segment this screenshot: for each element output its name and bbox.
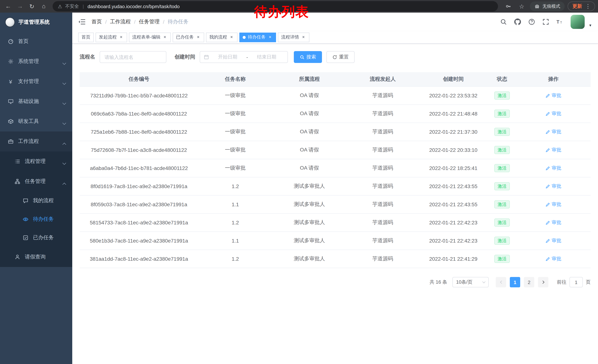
font-size-icon[interactable]: TT: [557, 18, 563, 25]
goto-page-input[interactable]: [569, 277, 583, 287]
address-bar[interactable]: ⚠ 不安全 | dashboard.yudao.iocoder.cn/bpm/t…: [53, 1, 498, 11]
reset-button[interactable]: 重置: [326, 51, 355, 63]
sidebar-item-process-management[interactable]: 流程管理: [0, 152, 72, 171]
page-button-2[interactable]: 2: [524, 277, 534, 287]
sidebar-item-home[interactable]: 首页: [0, 32, 72, 51]
calendar-icon: [204, 54, 209, 60]
approve-label: 审批: [552, 201, 561, 208]
cell-actions: 审批: [516, 141, 590, 159]
cell-initiator: 芋道源码: [346, 214, 419, 231]
close-icon[interactable]: ×: [267, 35, 273, 40]
fullscreen-icon[interactable]: [543, 18, 549, 25]
sidebar-item-leave-query[interactable]: 请假查询: [0, 247, 72, 267]
menu-dots-icon[interactable]: ⋮: [583, 1, 593, 11]
reload-icon[interactable]: ↻: [27, 1, 37, 11]
update-button[interactable]: 更新 ⋮: [568, 1, 595, 11]
status-badge: 激活: [494, 237, 510, 245]
main-area: 首页 / 工作流程 / 任务管理 / 待办任务: [72, 13, 598, 364]
date-range-picker[interactable]: 开始日期 - 结束日期: [200, 51, 288, 63]
close-icon[interactable]: ×: [162, 35, 167, 40]
approve-button[interactable]: 审批: [545, 92, 561, 99]
cell-process: OA 请假: [272, 141, 346, 159]
sidebar-item-payment[interactable]: ¥ 支付管理: [0, 72, 72, 91]
sidebar-item-devtools[interactable]: 研发工具: [0, 112, 72, 131]
briefcase-icon: [8, 138, 14, 145]
cell-create-time: 2022-01-22 21:48:48: [419, 105, 488, 122]
tab-my-process[interactable]: 我的流程 ×: [206, 32, 238, 42]
cell-process: 测试多审批人: [272, 250, 346, 268]
approve-button[interactable]: 审批: [545, 165, 561, 171]
chevron-down-icon[interactable]: ▾: [589, 23, 591, 29]
sidebar-item-task-management[interactable]: 任务管理: [0, 171, 72, 191]
cell-task-name: 一级审批: [198, 87, 272, 105]
forward-icon[interactable]: →: [15, 1, 25, 11]
app-logo-row[interactable]: 芋道管理系统: [0, 13, 72, 32]
sidebar-collapse-icon[interactable]: [78, 18, 86, 25]
next-page-button[interactable]: [538, 277, 548, 287]
tab-home[interactable]: 首页: [78, 32, 94, 42]
close-icon[interactable]: ×: [196, 35, 201, 40]
close-icon[interactable]: ×: [301, 35, 306, 40]
breadcrumb-home[interactable]: 首页: [91, 18, 102, 25]
cell-actions: 审批: [516, 250, 590, 268]
cell-task-name: 一级审批: [198, 141, 272, 159]
approve-button[interactable]: 审批: [545, 129, 561, 135]
page-size-select[interactable]: 10条/页: [452, 277, 489, 287]
chevron-down-icon: [63, 100, 66, 106]
url-text[interactable]: dashboard.yudao.iocoder.cn/bpm/task/todo: [88, 4, 180, 9]
approve-button[interactable]: 审批: [545, 256, 561, 262]
sidebar-item-infrastructure[interactable]: 基础设施: [0, 91, 72, 112]
breadcrumb-separator: /: [105, 19, 107, 25]
approve-button[interactable]: 审批: [545, 110, 561, 117]
approve-button[interactable]: 审批: [545, 201, 561, 208]
approve-button[interactable]: 审批: [545, 147, 561, 153]
close-icon[interactable]: ×: [119, 35, 124, 40]
edit-icon: [545, 129, 550, 134]
github-icon[interactable]: [515, 18, 521, 25]
column-header-task-name: 任务名称: [198, 72, 272, 86]
cell-task-name: 1.2: [198, 214, 272, 231]
tab-todo-tasks[interactable]: 待办任务 ×: [239, 32, 276, 42]
breadcrumb-workflow[interactable]: 工作流程: [110, 18, 131, 25]
cell-create-time: 2022-01-21 22:43:55: [419, 195, 488, 213]
avatar[interactable]: [571, 15, 585, 29]
approve-button[interactable]: 审批: [545, 183, 561, 190]
approve-button[interactable]: 审批: [545, 219, 561, 226]
tab-process-detail[interactable]: 流程详情 ×: [278, 32, 309, 42]
prev-page-button[interactable]: [496, 277, 506, 287]
back-icon[interactable]: ←: [3, 1, 13, 11]
tab-done-tasks[interactable]: 已办任务 ×: [173, 32, 204, 42]
status-badge: 激活: [494, 255, 510, 263]
tab-label: 我的流程: [209, 34, 227, 40]
sidebar-item-done-tasks[interactable]: 已办任务: [0, 228, 72, 247]
bookmark-star-icon[interactable]: ☆: [516, 1, 527, 11]
approve-label: 审批: [552, 92, 561, 99]
sidebar-item-my-process[interactable]: 我的流程: [0, 191, 72, 210]
page-button-1[interactable]: 1: [510, 277, 520, 287]
process-name-input[interactable]: [100, 51, 166, 63]
start-date-placeholder[interactable]: 开始日期: [210, 54, 245, 60]
home-icon[interactable]: ⌂: [39, 1, 49, 11]
status-badge: 激活: [494, 146, 510, 154]
search-button[interactable]: 搜索: [294, 51, 322, 63]
breadcrumb-task-management[interactable]: 任务管理: [139, 18, 160, 25]
cell-process: 测试多审批人: [272, 177, 346, 195]
sidebar-item-workflow[interactable]: 工作流程: [0, 131, 72, 152]
cell-create-time: 2022-01-21 22:42:23: [419, 214, 488, 231]
edit-icon: [545, 93, 550, 98]
approve-button[interactable]: 审批: [545, 237, 561, 244]
key-icon[interactable]: [503, 1, 514, 11]
column-header-create-time: 创建时间: [419, 72, 488, 86]
end-date-placeholder[interactable]: 结束日期: [249, 54, 284, 60]
cell-actions: 审批: [516, 177, 590, 195]
security-label[interactable]: 不安全: [65, 3, 79, 9]
help-icon[interactable]: [529, 18, 535, 25]
sidebar-item-system[interactable]: 系统管理: [0, 51, 72, 72]
cell-process: OA 请假: [272, 123, 346, 141]
tab-start-process[interactable]: 发起流程 ×: [96, 32, 127, 42]
search-icon[interactable]: [500, 18, 507, 25]
tab-process-form-edit[interactable]: 流程表单-编辑 ×: [129, 32, 171, 42]
close-icon[interactable]: ×: [229, 35, 234, 40]
sidebar-item-todo-tasks[interactable]: 待办任务: [0, 210, 72, 228]
cell-create-time: 2022-01-21 22:43:55: [419, 177, 488, 195]
